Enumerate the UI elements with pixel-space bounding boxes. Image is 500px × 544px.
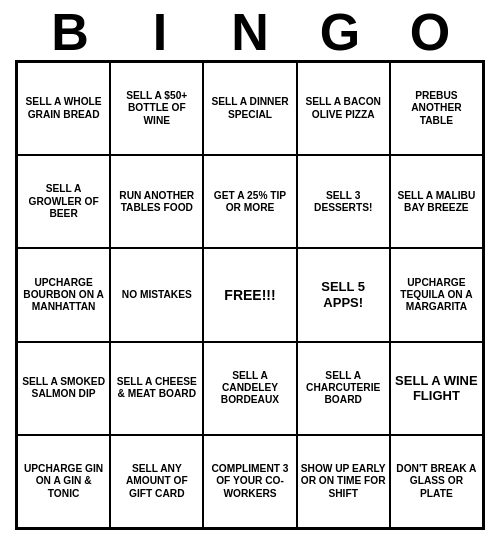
letter-i: I [115, 6, 205, 58]
letter-n: N [205, 6, 295, 58]
bingo-cell-11[interactable]: NO MISTAKES [110, 248, 203, 341]
bingo-cell-3[interactable]: SELL A BACON OLIVE PIZZA [297, 62, 390, 155]
bingo-cell-1[interactable]: SELL A $50+ BOTTLE OF WINE [110, 62, 203, 155]
bingo-cell-2[interactable]: SELL A DINNER SPECIAL [203, 62, 296, 155]
bingo-cell-16[interactable]: SELL A CHEESE & MEAT BOARD [110, 342, 203, 435]
bingo-cell-18[interactable]: SELL A CHARCUTERIE BOARD [297, 342, 390, 435]
bingo-cell-15[interactable]: SELL A SMOKED SALMON DIP [17, 342, 110, 435]
letter-g: G [295, 6, 385, 58]
bingo-cell-9[interactable]: SELL A MALIBU BAY BREEZE [390, 155, 483, 248]
bingo-grid: SELL A WHOLE GRAIN BREADSELL A $50+ BOTT… [15, 60, 485, 530]
bingo-cell-23[interactable]: SHOW UP EARLY OR ON TIME FOR SHIFT [297, 435, 390, 528]
bingo-cell-17[interactable]: SELL A CANDELEY BORDEAUX [203, 342, 296, 435]
letter-o: O [385, 6, 475, 58]
bingo-cell-7[interactable]: GET A 25% TIP OR MORE [203, 155, 296, 248]
bingo-cell-0[interactable]: SELL A WHOLE GRAIN BREAD [17, 62, 110, 155]
bingo-header: B I N G O [0, 0, 500, 60]
bingo-cell-10[interactable]: UPCHARGE BOURBON ON A MANHATTAN [17, 248, 110, 341]
bingo-cell-6[interactable]: RUN ANOTHER TABLES FOOD [110, 155, 203, 248]
letter-b: B [25, 6, 115, 58]
bingo-cell-20[interactable]: UPCHARGE GIN ON A GIN & TONIC [17, 435, 110, 528]
bingo-cell-13[interactable]: SELL 5 APPS! [297, 248, 390, 341]
bingo-cell-22[interactable]: COMPLIMENT 3 OF YOUR CO-WORKERS [203, 435, 296, 528]
bingo-cell-24[interactable]: DON'T BREAK A GLASS OR PLATE [390, 435, 483, 528]
bingo-cell-14[interactable]: UPCHARGE TEQUILA ON A MARGARITA [390, 248, 483, 341]
bingo-cell-21[interactable]: SELL ANY AMOUNT OF GIFT CARD [110, 435, 203, 528]
bingo-cell-12[interactable]: FREE!!! [203, 248, 296, 341]
bingo-cell-4[interactable]: PREBUS ANOTHER TABLE [390, 62, 483, 155]
bingo-cell-19[interactable]: SELL A WINE FLIGHT [390, 342, 483, 435]
bingo-cell-5[interactable]: SELL A GROWLER OF BEER [17, 155, 110, 248]
bingo-cell-8[interactable]: SELL 3 DESSERTS! [297, 155, 390, 248]
